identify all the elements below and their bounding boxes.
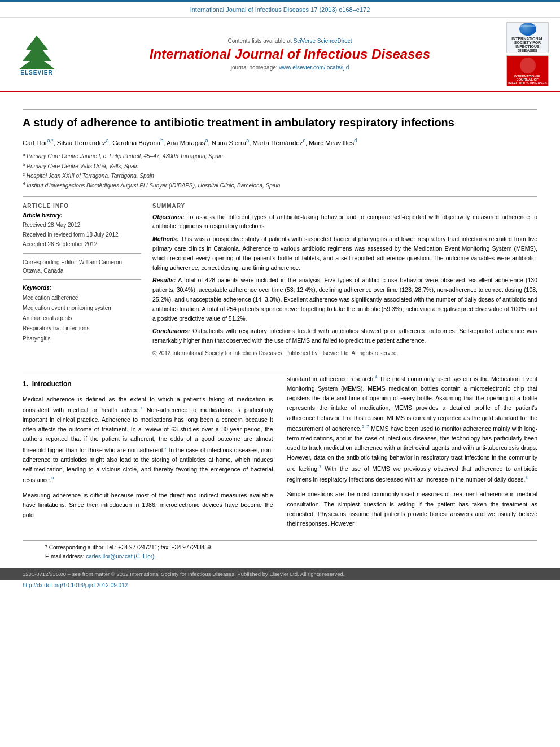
keyword-4: Respiratory tract infections (23, 324, 141, 334)
section1-title-text: Introduction (32, 380, 72, 388)
body-left-col: 1. Introduction Medical adherence is def… (23, 373, 273, 535)
middle-divider (23, 196, 537, 197)
affiliation-d: d Institut d'Investigacions Biomèdiques … (23, 181, 537, 190)
article-content: A study of adherence to antibiotic treat… (0, 92, 560, 373)
issn-line: 1201-8712/$36.00 – see front matter © 20… (23, 571, 344, 577)
methods-label: Methods: (152, 235, 179, 242)
journal-homepage-label: journal homepage: (231, 64, 278, 71)
elsevier-logo: ELSEVIER (11, 33, 62, 76)
journal-homepage-url[interactable]: www.elsevier.com/locate/ijid (279, 64, 349, 71)
objectives-text: To assess the different types of antibio… (152, 213, 537, 230)
article-info-col: ARTICLE INFO Article history: Received 2… (23, 203, 141, 361)
left-divider-1 (23, 253, 141, 254)
summary-conclusions: Conclusions: Outpatients with respirator… (152, 326, 537, 346)
affiliation-c: c Hospital Joan XXIII of Tarragona, Tarr… (23, 171, 537, 181)
keywords-list: Medication adherence Medication event mo… (23, 293, 141, 344)
top-divider (23, 109, 537, 110)
section1-title: 1. Introduction (23, 379, 273, 390)
intro-paragraph-1: Medical adherence is defined as the exte… (23, 395, 273, 485)
copyright-line: © 2012 International Society for Infecti… (152, 349, 537, 358)
summary-methods: Methods: This was a prospective study of… (152, 234, 537, 272)
isid-logo-text: INTERNATIONAL SOCIETY FOR INFECTIOUS DIS… (507, 37, 548, 53)
conclusions-text: Outpatients with respiratory infections … (152, 327, 537, 344)
methods-text: This was a prospective study of patients… (152, 235, 537, 270)
affiliations: a Primary Care Centre Jaume I, c. Felip … (23, 151, 537, 190)
keyword-5: Pharyngitis (23, 334, 141, 344)
doi-link[interactable]: http://dx.doi.org/10.1016/j.ijid.2012.09… (23, 582, 128, 588)
footnote-email: E-mail address: carles.llor@urv.cat (C. … (45, 552, 515, 561)
body-right-col: standard in adherence research.4 The mos… (287, 373, 538, 535)
article-title: A study of adherence to antibiotic treat… (23, 115, 537, 130)
objectives-label: Objectives: (152, 213, 185, 220)
results-text: A total of 428 patients were included in… (152, 277, 537, 321)
page-bottom-bar: 1201-8712/$36.00 – see front matter © 20… (0, 568, 560, 580)
intro-paragraph-2: Measuring adherence is difficult because… (23, 491, 273, 520)
authors: Carl Llora,*, Silvia Hernándeza, Carolin… (23, 137, 537, 148)
summary-section-title: SUMMARY (152, 203, 537, 209)
elsevier-text: ELSEVIER (20, 69, 53, 76)
accepted-date: Accepted 26 September 2012 (23, 240, 141, 248)
elsevier-tree-svg (16, 33, 58, 69)
section1-number: 1. (23, 380, 28, 388)
affiliation-b: b Primary Care Centre Valls Urbà, Valls,… (23, 161, 537, 171)
journal-citation-link[interactable]: International Journal of Infectious Dise… (190, 6, 370, 13)
footnote-corresponding: * Corresponding author. Tel.: +34 977247… (45, 543, 515, 552)
summary-text: Objectives: To assess the different type… (152, 212, 537, 358)
journal-title: International Journal of Infectious Dise… (73, 46, 506, 63)
received-date: Received 28 May 2012 (23, 221, 141, 229)
conclusions-label: Conclusions: (152, 327, 190, 334)
globe-icon (519, 23, 536, 36)
left-divider-2 (23, 279, 141, 280)
top-bar: International Journal of Infectious Dise… (0, 2, 560, 18)
affiliation-a: a Primary Care Centre Jaume I, c. Felip … (23, 151, 537, 161)
received-revised-date: Received in revised form 18 July 2012 (23, 230, 141, 239)
ijid-logo-box: INTERNATIONAL JOURNAL OF INFECTIOUS DISE… (506, 55, 549, 86)
journal-header: ELSEVIER Contents lists available at Sci… (0, 18, 560, 92)
keyword-2: Medication event monitoring system (23, 303, 141, 313)
body-content: 1. Introduction Medical adherence is def… (0, 373, 560, 540)
summary-results: Results: A total of 428 patients were in… (152, 276, 537, 323)
sciverse-link[interactable]: SciVerse ScienceDirect (294, 38, 352, 44)
email-label: E-mail address: (45, 553, 84, 560)
content-available-text: Contents lists available at (228, 38, 291, 44)
journal-header-right: INTERNATIONAL SOCIETY FOR INFECTIOUS DIS… (506, 22, 549, 86)
content-available-line: Contents lists available at SciVerse Sci… (73, 38, 506, 44)
article-info-summary-section: ARTICLE INFO Article history: Received 2… (23, 203, 537, 361)
ijid-logo-text: INTERNATIONAL JOURNAL OF INFECTIOUS DISE… (507, 75, 548, 85)
keyword-3: Antibacterial agents (23, 313, 141, 324)
footnote-section: * Corresponding author. Tel.: +34 977247… (23, 540, 537, 563)
right-paragraph-2: Simple questions are the most commonly u… (287, 490, 538, 528)
article-info-section-title: ARTICLE INFO (23, 203, 141, 209)
summary-objectives: Objectives: To assess the different type… (152, 212, 537, 231)
corresponding-editor: Corresponding Editor: William Cameron, O… (23, 258, 141, 275)
page-container: International Journal of Infectious Dise… (0, 0, 560, 590)
journal-homepage: journal homepage: www.elsevier.com/locat… (73, 64, 506, 71)
keyword-1: Medication adherence (23, 293, 141, 303)
article-history-label: Article history: (23, 212, 141, 219)
right-paragraph-1: standard in adherence research.4 The mos… (287, 373, 538, 484)
email-link[interactable]: carles.llor@urv.cat (C. Llor). (86, 553, 156, 560)
summary-col: SUMMARY Objectives: To assess the differ… (152, 203, 537, 361)
keywords-label: Keywords: (23, 285, 141, 291)
journal-header-center: Contents lists available at SciVerse Sci… (73, 38, 506, 71)
svg-marker-1 (19, 36, 55, 69)
results-label: Results: (152, 277, 176, 283)
isid-logo-box: INTERNATIONAL SOCIETY FOR INFECTIOUS DIS… (506, 22, 549, 53)
